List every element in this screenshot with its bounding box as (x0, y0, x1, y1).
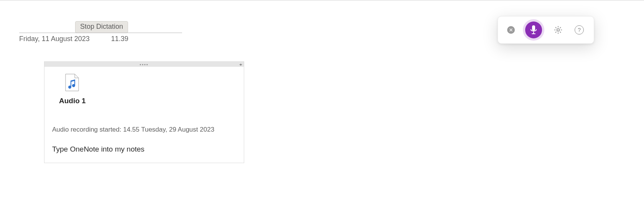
window-top-border (0, 0, 644, 0)
help-button[interactable]: ? (574, 25, 585, 35)
audio-attachment[interactable]: Audio 1 (65, 74, 236, 105)
stop-dictation-tooltip: Stop Dictation (75, 21, 128, 33)
stop-dictation-label: Stop Dictation (80, 23, 123, 30)
note-body[interactable]: Audio 1 Audio recording started: 14.55 T… (44, 67, 244, 163)
drag-dots-icon: •••• (140, 62, 148, 66)
note-container[interactable]: •••• ◂▸ Audio 1 Audio recording started:… (44, 61, 244, 163)
close-button[interactable] (507, 26, 515, 34)
page-time: 11.39 (111, 35, 128, 43)
page-date-header: Friday, 11 August 2023 11.39 (19, 33, 182, 43)
note-container-drag-handle[interactable]: •••• ◂▸ (44, 62, 244, 67)
dictation-toolbar: ? (498, 16, 594, 44)
gear-icon (554, 25, 563, 35)
note-typed-text[interactable]: Type OneNote into my notes (52, 145, 236, 153)
microphone-icon (530, 25, 537, 35)
svg-point-3 (557, 29, 559, 31)
close-icon (509, 28, 513, 31)
help-glyph: ? (578, 27, 581, 33)
resize-arrows-icon[interactable]: ◂▸ (239, 63, 242, 66)
audio-attachment-label: Audio 1 (59, 97, 86, 105)
page-date: Friday, 11 August 2023 (19, 35, 90, 43)
help-icon: ? (575, 25, 584, 35)
svg-rect-0 (532, 25, 535, 31)
microphone-button[interactable] (525, 21, 542, 38)
settings-button[interactable] (553, 25, 564, 35)
recording-status-text: Audio recording started: 14.55 Tuesday, … (52, 126, 236, 134)
audio-file-icon (65, 74, 79, 91)
